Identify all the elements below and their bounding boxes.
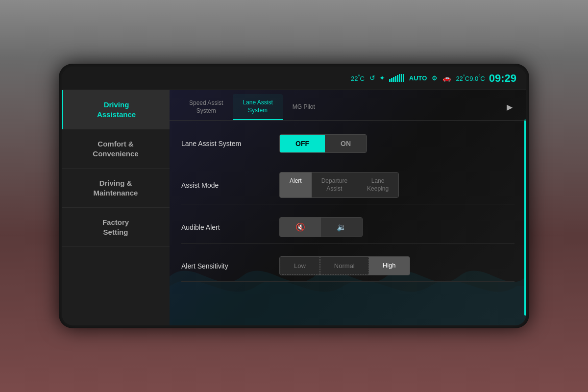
- mode-alert-button[interactable]: Alert: [280, 172, 312, 197]
- assist-mode-control: Alert DepartureAssist LaneKeeping: [279, 172, 514, 198]
- recirculation-icon: ↺: [369, 74, 375, 82]
- auto-mode: AUTO: [409, 74, 427, 82]
- sidebar-item-comfort-convenience[interactable]: Comfort &Convenience: [62, 129, 170, 169]
- status-center: 22°C ↺ ✦: [351, 74, 469, 82]
- assist-mode-row: Assist Mode Alert DepartureAssist: [181, 166, 514, 204]
- tab-mg-pilot[interactable]: MG Pilot: [283, 98, 325, 116]
- screen-bezel: 22°C ↺ ✦: [59, 64, 529, 328]
- audible-alert-label: Audible Alert: [181, 223, 279, 231]
- right-panel: Speed AssistSystem Lane AssistSystem MG …: [170, 90, 526, 325]
- audio-group: 🔇 🔉: [279, 217, 363, 237]
- audible-alert-control: 🔇 🔉: [279, 217, 514, 237]
- left-temp: 22°C: [351, 74, 365, 82]
- sensitivity-high-button[interactable]: High: [369, 257, 410, 275]
- gear-icon: ⚙: [432, 74, 438, 82]
- clock: 09:29: [489, 72, 516, 85]
- toggle-on-button[interactable]: ON: [325, 135, 367, 152]
- sidebar-label-factory: FactorySetting: [102, 218, 129, 236]
- screen: 22°C ↺ ✦: [62, 67, 526, 325]
- sidebar-label-driving-maintenance: Driving &Maintenance: [94, 179, 138, 197]
- lane-assist-label: Lane Assist System: [181, 140, 279, 147]
- status-right: 9.0°C 09:29: [469, 72, 516, 85]
- car-interior: 22°C ↺ ✦: [0, 0, 588, 392]
- mode-lane-keeping-button[interactable]: LaneKeeping: [357, 172, 398, 197]
- mute-icon: 🔇: [295, 222, 305, 232]
- status-bar: 22°C ↺ ✦: [62, 67, 526, 90]
- sensitivity-low-button[interactable]: Low: [280, 257, 320, 275]
- mode-departure-assist-button[interactable]: DepartureAssist: [312, 172, 357, 197]
- sensitivity-group: Low Normal High: [279, 256, 410, 275]
- tab-bar: Speed AssistSystem Lane AssistSystem MG …: [170, 90, 526, 121]
- sidebar-item-driving-maintenance[interactable]: Driving &Maintenance: [62, 169, 170, 208]
- car-icon: 🚗: [442, 74, 451, 82]
- audio-mute-button[interactable]: 🔇: [280, 218, 321, 237]
- sidebar-label-comfort: Comfort &Convenience: [93, 140, 138, 158]
- sidebar-label-driving: DrivingAssistance: [97, 100, 136, 119]
- outside-temp: 9.0°C: [469, 74, 485, 82]
- alert-sensitivity-control: Low Normal High: [279, 256, 514, 275]
- fan-icon: ✦: [379, 74, 385, 82]
- sound-icon: 🔉: [337, 222, 346, 232]
- tab-next-arrow[interactable]: ▶: [503, 98, 516, 116]
- sidebar: DrivingAssistance Comfort &Convenience D…: [62, 90, 170, 325]
- alert-sensitivity-row: Alert Sensitivity Low Normal: [181, 250, 514, 282]
- toggle-off-button[interactable]: OFF: [280, 135, 325, 152]
- lane-assist-toggle: OFF ON: [279, 134, 367, 153]
- assist-mode-group: Alert DepartureAssist LaneKeeping: [279, 172, 399, 198]
- sidebar-item-factory-setting[interactable]: FactorySetting: [62, 208, 170, 247]
- alert-sensitivity-label: Alert Sensitivity: [181, 262, 279, 270]
- fan-bars: [389, 74, 404, 82]
- tab-speed-assist[interactable]: Speed AssistSystem: [179, 95, 233, 120]
- right-temp: 22°C: [456, 74, 469, 82]
- sensitivity-normal-button[interactable]: Normal: [320, 257, 369, 275]
- lane-assist-row: Lane Assist System OFF ON: [181, 128, 514, 159]
- audible-alert-row: Audible Alert 🔇 🔉: [181, 211, 514, 244]
- assist-mode-label: Assist Mode: [181, 181, 279, 189]
- main-content: DrivingAssistance Comfort &Convenience D…: [62, 90, 526, 325]
- settings-area: Lane Assist System OFF ON: [170, 121, 526, 325]
- tab-lane-assist[interactable]: Lane AssistSystem: [233, 94, 282, 120]
- lane-assist-control: OFF ON: [279, 134, 514, 153]
- sidebar-item-driving-assistance[interactable]: DrivingAssistance: [62, 90, 170, 129]
- status-icons: ↺ ✦: [369, 74, 404, 82]
- audio-sound-button[interactable]: 🔉: [321, 218, 362, 237]
